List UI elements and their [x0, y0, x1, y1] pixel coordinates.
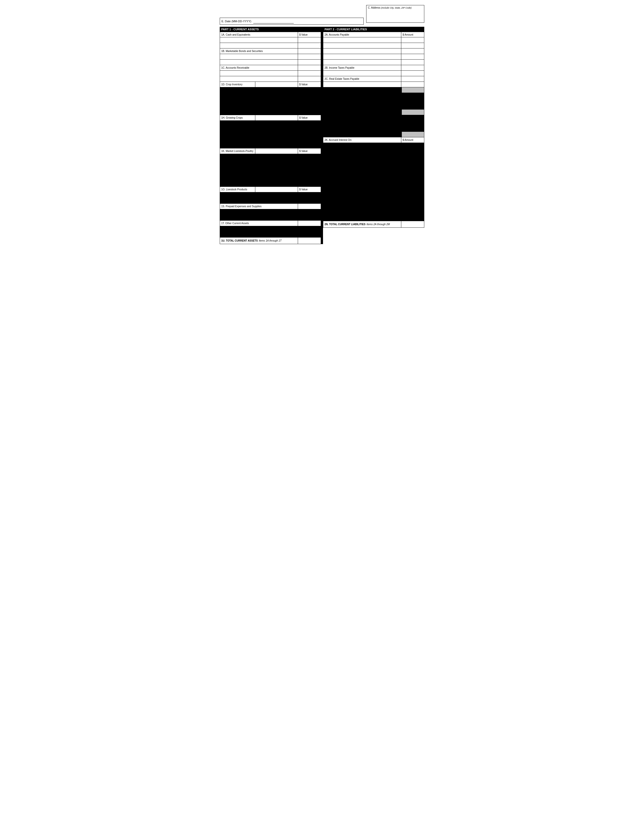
row-2A-b4 — [323, 54, 424, 60]
row-2N: 2N. TOTAL CURRENT LIABILITIES Items 2A t… — [323, 221, 424, 228]
row-1U: 1U. TOTAL CURRENT ASSETS Items 1A throug… — [220, 238, 321, 244]
row-1B: 1B. Marketable Bonds and Securities — [220, 48, 321, 54]
black-section-1S — [220, 209, 321, 220]
row-1A-b1 — [220, 37, 321, 43]
gray-row-right-2 — [323, 132, 424, 137]
value-1H: $ Value — [298, 115, 321, 121]
row-2C-b1 — [323, 82, 424, 87]
value-1D: $ Value — [298, 82, 321, 87]
part2-header: PART 2 - CURRENT LIABILITIES — [323, 27, 424, 32]
row-2A: 2A. Accounts Payable $ Amount — [323, 32, 424, 37]
label-1B: 1B. Marketable Bonds and Securities — [220, 48, 298, 54]
row-2K: 2K. Accrued Interest On: $ Amount — [323, 137, 424, 143]
row-1C: 1C. Accounts Receivable — [220, 65, 321, 71]
black-section-right-3 — [323, 115, 424, 132]
row-2B-b1 — [323, 71, 424, 76]
black-section-1K — [220, 154, 321, 187]
row-1B-b2 — [220, 60, 321, 65]
row-1T: 1T. Other Current Assets — [220, 220, 321, 226]
date-input[interactable] — [253, 19, 294, 24]
label-2K: 2K. Accrued Interest On: — [323, 137, 401, 143]
row-1A: 1A. Cash and Equivalents $ Value — [220, 32, 321, 37]
black-section-right-2 — [323, 93, 424, 109]
part1-header: PART 1 - CURRENT ASSETS — [220, 27, 321, 32]
row-2A-b2 — [323, 43, 424, 48]
col-divider — [321, 27, 323, 244]
row-1C-b1 — [220, 71, 321, 76]
label-1A: 1A. Cash and Equivalents — [220, 32, 298, 37]
row-1D: 1D. Crop Inventory $ Value — [220, 82, 321, 87]
label-1T: 1T. Other Current Assets — [220, 220, 298, 226]
black-section-1O — [220, 192, 321, 204]
part1: PART 1 - CURRENT ASSETS 1A. Cash and Equ… — [220, 27, 321, 244]
label-1S: 1S. Prepaid Expenses and Supplies — [220, 204, 298, 209]
row-1K: 1K. Market Livestock-Poultry $ Value — [220, 148, 321, 154]
row-1A-b2 — [220, 43, 321, 48]
amount-2A: $ Amount — [401, 32, 424, 37]
address-label: C. Address (Include City, State, ZIP Cod… — [368, 6, 422, 9]
row-1S: 1S. Prepaid Expenses and Supplies — [220, 204, 321, 209]
label-1O: 1O. Livestock Products — [220, 187, 255, 192]
black-section-right-4 — [323, 143, 424, 221]
label-1C: 1C. Accounts Receivable — [220, 65, 298, 71]
black-section-1H — [220, 121, 321, 148]
value-1A: $ Value — [298, 32, 321, 37]
label-2N: 2N. TOTAL CURRENT LIABILITIES Items 2A t… — [323, 221, 401, 227]
row-2C: 2C. Real Estate Taxes Payable — [323, 76, 424, 82]
row-2A-b5 — [323, 60, 424, 65]
black-section-1T — [220, 226, 321, 238]
label-1U: 1U. TOTAL CURRENT ASSETS Items 1A throug… — [220, 238, 298, 244]
part2: PART 2 - CURRENT LIABILITIES 2A. Account… — [323, 27, 424, 244]
row-1O: 1O. Livestock Products $ Value — [220, 187, 321, 192]
row-2A-b3 — [323, 48, 424, 54]
date-row: E. Date (MM-DD-YYYY) — [220, 18, 364, 25]
label-2B: 2B. Income Taxes Payable — [323, 65, 401, 71]
value-1K: $ Value — [298, 148, 321, 154]
black-section-1D — [220, 87, 321, 115]
black-section-right-1 — [323, 87, 424, 93]
value-1O: $ Value — [298, 187, 321, 192]
row-2A-b1 — [323, 37, 424, 43]
label-2C: 2C. Real Estate Taxes Payable — [323, 76, 401, 82]
gray-row-right-1 — [323, 109, 424, 115]
row-2B: 2B. Income Taxes Payable — [323, 65, 424, 71]
row-1H: 1H. Growing Crops $ Value — [220, 115, 321, 121]
row-1C-b2 — [220, 76, 321, 82]
amount-2K: $ Amount — [401, 137, 424, 143]
address-box: C. Address (Include City, State, ZIP Cod… — [366, 5, 424, 23]
date-label: E. Date (MM-DD-YYYY) — [222, 20, 251, 23]
row-1B-b1 — [220, 54, 321, 60]
label-1H: 1H. Growing Crops — [220, 115, 255, 121]
label-1D: 1D. Crop Inventory — [220, 82, 255, 87]
label-2A: 2A. Accounts Payable — [323, 32, 401, 37]
label-1K: 1K. Market Livestock-Poultry — [220, 148, 255, 154]
